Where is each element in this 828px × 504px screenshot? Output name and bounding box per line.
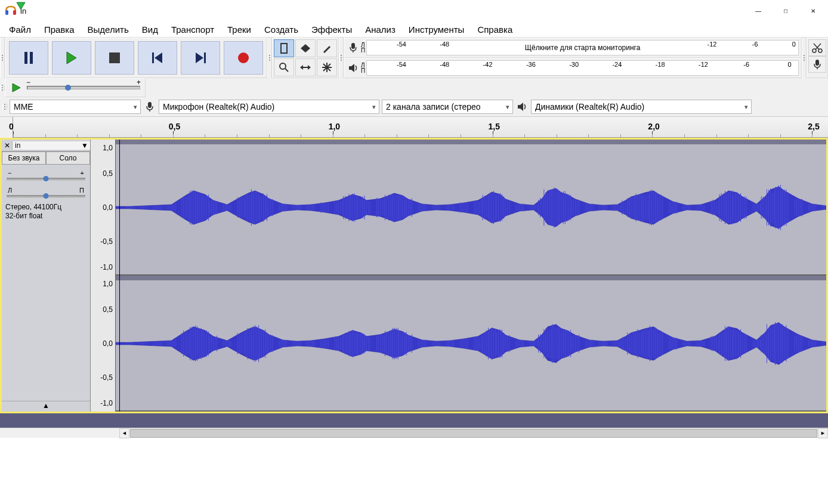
menu-edit[interactable]: Правка [38, 23, 81, 36]
clip-handle[interactable] [116, 140, 826, 144]
maximize-button[interactable]: □ [772, 1, 799, 20]
meter-click-hint: Щёлкните для старта мониторинга [525, 44, 641, 52]
horizontal-scrollbar[interactable]: ◄ ► [0, 428, 828, 438]
app-logo-icon [5, 5, 17, 17]
play-at-speed-toolbar: − + [5, 78, 146, 97]
waveform-right-channel[interactable] [116, 276, 826, 412]
scroll-left-button[interactable]: ◄ [119, 428, 129, 438]
draw-tool[interactable] [317, 39, 337, 57]
toolbar-grip[interactable] [339, 38, 344, 78]
skip-end-button[interactable] [181, 41, 220, 75]
audio-host-select[interactable]: MME [10, 100, 141, 114]
svg-marker-39 [17, 2, 25, 10]
track-close-button[interactable]: ✕ [2, 141, 13, 150]
toolbar-grip[interactable] [2, 104, 7, 110]
play-at-speed-button[interactable] [10, 81, 23, 94]
playback-device-select[interactable]: Динамики (Realtek(R) Audio) [531, 100, 752, 114]
menu-tools[interactable]: Инструменты [402, 23, 471, 36]
playback-speed-slider[interactable]: − + [27, 86, 140, 89]
mic-icon[interactable] [347, 42, 360, 53]
svg-rect-11 [280, 43, 282, 54]
svg-rect-3 [30, 52, 33, 64]
svg-marker-4 [67, 52, 76, 64]
svg-marker-35 [13, 84, 20, 92]
track-name[interactable]: in [13, 141, 79, 150]
envelope-tool[interactable] [295, 39, 316, 57]
zoom-tool[interactable] [274, 58, 294, 76]
scroll-right-button[interactable]: ► [818, 428, 828, 438]
record-button[interactable] [224, 41, 263, 75]
svg-rect-5 [109, 52, 120, 63]
waveform-left-channel[interactable] [116, 140, 826, 276]
recording-device-select[interactable]: Микрофон (Realtek(R) Audio) [159, 100, 379, 114]
track-collapse-button[interactable]: ▲ [2, 401, 90, 412]
svg-point-10 [238, 52, 249, 63]
svg-rect-12 [286, 43, 288, 54]
stop-button[interactable] [95, 41, 134, 75]
titlebar: in — □ ✕ [0, 0, 828, 21]
menu-effects[interactable]: Эффекты [305, 23, 359, 36]
svg-rect-36 [148, 102, 152, 108]
track-control-panel: ✕ in ▼ Без звука Соло −+ ЛП Стерео, 4410… [2, 140, 91, 412]
multi-tool[interactable] [317, 58, 337, 76]
solo-button[interactable]: Соло [46, 151, 90, 165]
speaker-icon [515, 103, 529, 111]
recording-meter[interactable]: -54 -48 Щёлкните для старта мониторинга … [366, 40, 799, 55]
recording-channels-select[interactable]: 2 канала записи (стерео [382, 100, 513, 114]
minimize-button[interactable]: — [744, 1, 772, 20]
gain-slider[interactable] [7, 178, 85, 181]
svg-rect-9 [204, 52, 206, 63]
skip-start-button[interactable] [138, 41, 177, 75]
vertical-scale[interactable]: 1,00,50,0-0,5-1,0 1,00,50,0-0,5-1,0 [91, 140, 116, 412]
menu-generate[interactable]: Создать [258, 23, 305, 36]
play-button[interactable] [52, 41, 91, 75]
svg-rect-33 [815, 60, 819, 66]
svg-marker-20 [300, 65, 303, 70]
slider-minus-label: − [26, 78, 30, 86]
close-button[interactable]: ✕ [799, 1, 827, 20]
empty-track-area[interactable] [0, 413, 828, 428]
toolbar-grip[interactable] [0, 38, 5, 78]
menu-tracks[interactable]: Треки [221, 23, 258, 36]
mute-button[interactable]: Без звука [2, 151, 46, 165]
timeline-ruler[interactable]: 00,51,01,52,02,5 [0, 116, 828, 138]
speaker-icon[interactable] [347, 64, 360, 72]
menu-analyze[interactable]: Анализ [359, 23, 402, 36]
mic-setup-icon[interactable] [808, 56, 826, 73]
pan-slider[interactable] [7, 195, 85, 198]
playback-meter[interactable]: -54 -48 -42 -36 -30 -24 -18 -12 -6 0 [366, 60, 799, 76]
cut-icon[interactable] [808, 39, 826, 56]
menu-transport[interactable]: Транспорт [165, 23, 221, 36]
pin-playhead-icon[interactable] [16, 1, 26, 12]
pause-button[interactable] [9, 41, 48, 75]
menubar: Файл Правка Выделить Вид Транспорт Треки… [0, 21, 828, 37]
svg-marker-28 [349, 64, 354, 72]
toolbar-grip[interactable] [267, 38, 272, 78]
svg-rect-2 [24, 52, 27, 64]
svg-marker-15 [301, 44, 310, 48]
menu-help[interactable]: Справка [471, 23, 519, 36]
playback-cursor[interactable] [119, 140, 120, 412]
svg-rect-0 [5, 10, 8, 15]
transport-toolbar [5, 38, 267, 78]
selection-tool[interactable] [274, 39, 294, 57]
svg-marker-7 [155, 52, 162, 63]
svg-rect-13 [280, 43, 288, 44]
menu-select[interactable]: Выделить [81, 23, 135, 36]
meter-lp-labels: ЛП [361, 63, 365, 73]
track-menu-button[interactable]: ▼ [79, 141, 90, 150]
scroll-thumb[interactable] [130, 429, 817, 438]
svg-rect-14 [280, 52, 288, 54]
track-area: ✕ in ▼ Без звука Соло −+ ЛП Стерео, 4410… [0, 138, 828, 413]
menu-file[interactable]: Файл [2, 23, 38, 36]
timeshift-tool[interactable] [295, 58, 316, 76]
slider-plus-label: + [137, 78, 141, 86]
svg-line-18 [285, 69, 288, 72]
menu-view[interactable]: Вид [135, 23, 165, 36]
toolbar-grip[interactable] [802, 38, 807, 78]
svg-marker-21 [308, 65, 311, 70]
toolbar-grip[interactable] [0, 85, 5, 91]
svg-rect-6 [152, 52, 154, 63]
clip-handle[interactable] [116, 276, 826, 280]
svg-marker-16 [301, 48, 310, 52]
